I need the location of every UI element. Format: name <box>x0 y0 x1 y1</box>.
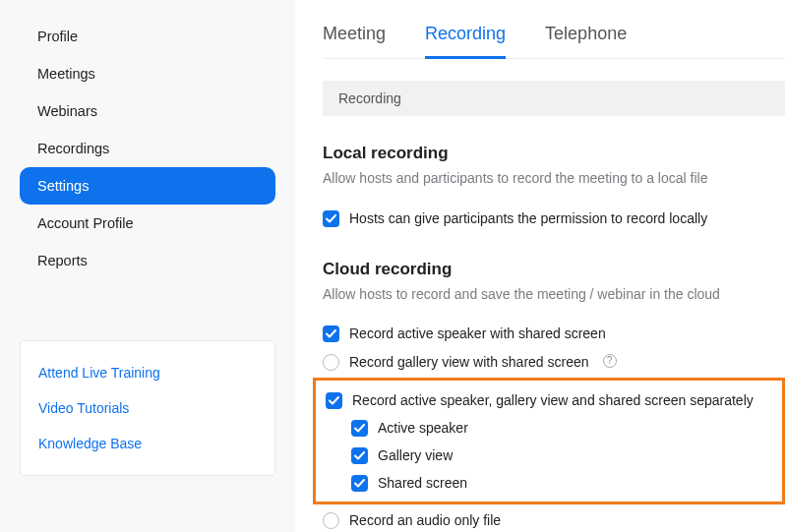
settings-tabs: Meeting Recording Telephone <box>323 18 785 59</box>
link-knowledge-base[interactable]: Knowledge Base <box>38 430 257 465</box>
checkbox-icon <box>323 210 339 227</box>
checkbox-icon <box>351 475 368 492</box>
option-label: Shared screen <box>378 474 467 492</box>
cloud-recording-title: Cloud recording <box>323 260 785 279</box>
sidebar-item-meetings[interactable]: Meetings <box>20 55 275 92</box>
main-content: Meeting Recording Telephone Recording Lo… <box>295 0 787 532</box>
sidebar: Profile Meetings Webinars Recordings Set… <box>0 0 295 532</box>
radio-unchecked-icon <box>323 512 339 529</box>
tab-meeting[interactable]: Meeting <box>323 18 386 58</box>
option-label: Gallery view <box>378 446 453 464</box>
option-label: Record an audio only file <box>349 511 501 529</box>
group-cloud-recording: Cloud recording Allow hosts to record an… <box>323 260 785 532</box>
radio-unchecked-icon <box>323 354 339 371</box>
sidebar-item-profile[interactable]: Profile <box>20 18 275 55</box>
link-video-tutorials[interactable]: Video Tutorials <box>38 394 257 430</box>
sidebar-item-recordings[interactable]: Recordings <box>20 130 275 167</box>
sidebar-item-account-profile[interactable]: Account Profile <box>20 205 275 242</box>
group-local-recording: Local recording Allow hosts and particip… <box>323 144 785 232</box>
sub-option-gallery-view[interactable]: Gallery view <box>351 442 776 469</box>
local-recording-title: Local recording <box>323 144 785 163</box>
checkbox-icon <box>351 447 368 464</box>
highlight-box: Record active speaker, gallery view and … <box>313 378 785 504</box>
checkbox-icon <box>351 420 368 437</box>
section-header-recording: Recording <box>323 81 785 116</box>
option-label: Record active speaker with shared screen <box>349 325 606 342</box>
option-label: Record active speaker, gallery view and … <box>352 391 754 409</box>
option-label: Record gallery view with shared screen <box>349 353 589 371</box>
option-hosts-give-permission[interactable]: Hosts can give participants the permissi… <box>323 205 785 232</box>
checkbox-icon <box>323 325 339 342</box>
tab-telephone[interactable]: Telephone <box>545 18 627 58</box>
option-record-gallery-shared[interactable]: Record gallery view with shared screen ? <box>323 348 785 376</box>
option-record-separately[interactable]: Record active speaker, gallery view and … <box>326 386 776 414</box>
sidebar-item-reports[interactable]: Reports <box>20 242 275 279</box>
help-links-box: Attend Live Training Video Tutorials Kno… <box>20 340 275 476</box>
checkbox-icon <box>326 392 342 409</box>
tab-recording[interactable]: Recording <box>425 18 506 58</box>
option-audio-only[interactable]: Record an audio only file <box>323 506 785 533</box>
option-label: Hosts can give participants the permissi… <box>349 209 707 227</box>
sub-option-active-speaker[interactable]: Active speaker <box>351 414 776 442</box>
sub-option-shared-screen[interactable]: Shared screen <box>351 469 776 497</box>
option-label: Active speaker <box>378 419 468 437</box>
sidebar-item-webinars[interactable]: Webinars <box>20 92 275 130</box>
link-attend-live-training[interactable]: Attend Live Training <box>38 359 257 394</box>
help-icon[interactable]: ? <box>603 354 617 368</box>
cloud-recording-desc: Allow hosts to record and save the meeti… <box>323 285 785 305</box>
sidebar-item-settings[interactable]: Settings <box>20 167 275 205</box>
option-record-active-shared[interactable]: Record active speaker with shared screen <box>323 320 785 347</box>
local-recording-desc: Allow hosts and participants to record t… <box>323 169 785 189</box>
